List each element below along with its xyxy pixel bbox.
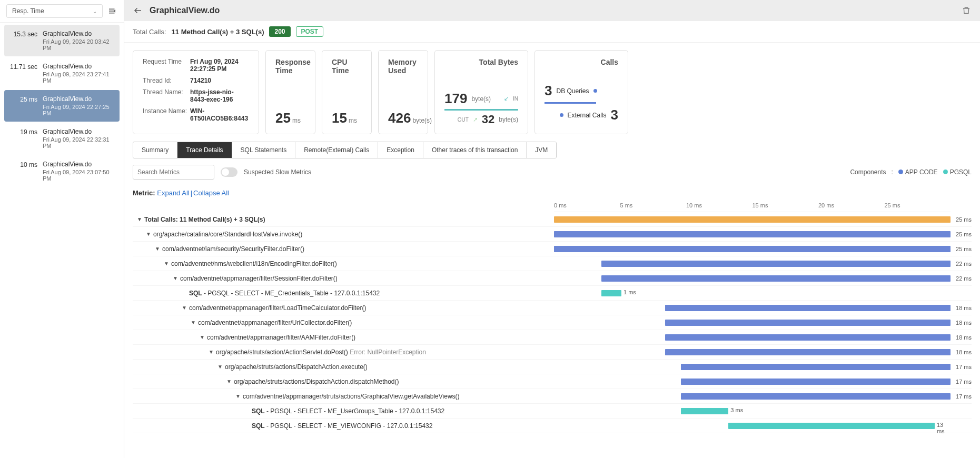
sort-dropdown[interactable]: Resp. Time ⌄ <box>6 4 103 18</box>
caret-icon[interactable]: ▼ <box>164 261 171 266</box>
collapse-sidebar-icon[interactable] <box>107 6 117 16</box>
trace-item-name: GraphicalView.do <box>43 63 115 70</box>
gantt-label: com/adventnet/appmanager/filter/SessionF… <box>180 275 338 282</box>
trace-item-name: GraphicalView.do <box>43 161 115 168</box>
gantt-ms: 25 ms <box>951 231 972 237</box>
trace-item-name: GraphicalView.do <box>43 128 115 135</box>
gantt-bar <box>554 216 951 223</box>
trace-list-item[interactable]: 25 ms GraphicalView.do Fri Aug 09, 2024 … <box>4 90 120 122</box>
collapse-all-link[interactable]: Collapse All <box>193 189 229 197</box>
sidebar-header: Resp. Time ⌄ <box>0 0 124 23</box>
caret-icon[interactable]: ▼ <box>235 393 243 399</box>
gantt-label: org/apache/struts/actions/DispatchAction… <box>225 363 368 371</box>
pgsql-label: PGSQL <box>950 168 972 176</box>
gantt-row: ▼ org/apache/struts/actions/DispatchActi… <box>133 374 972 389</box>
instance-name-value: WIN-6T50IACO5B6:8443 <box>190 107 249 122</box>
memory-used-title: Memory Used <box>388 58 418 75</box>
gantt-row: SQL - PGSQL - SELECT - ME_UserGroups_Tab… <box>133 404 972 419</box>
total-bytes-title: Total Bytes <box>444 58 518 66</box>
total-calls-value: 11 Method Call(s) + 3 SQL(s) <box>172 28 264 36</box>
bytes-out-unit: byte(s) <box>499 116 518 123</box>
caret-icon[interactable]: ▼ <box>191 320 198 325</box>
trace-list-item[interactable]: 19 ms GraphicalView.do Fri Aug 09, 2024 … <box>4 123 120 154</box>
cpu-time-value: 15 <box>332 110 347 126</box>
gantt-row: ▼ com/adventnet/appmanager/struts/action… <box>133 389 972 404</box>
gantt-bar <box>681 408 728 414</box>
metric-header: Metric: Expand All|Collapse All <box>133 189 972 197</box>
caret-icon[interactable]: ▼ <box>200 334 207 340</box>
response-time-title: Response Time <box>275 58 305 75</box>
metric-label: Metric: <box>133 189 155 197</box>
gantt-row: ▼ com/adventnet/appmanager/filter/LoadTi… <box>133 301 972 315</box>
sidebar: Resp. Time ⌄ 15.3 sec GraphicalView.do F… <box>0 0 124 458</box>
trace-item-date: Fri Aug 09, 2024 20:03:42 PM <box>43 38 115 51</box>
gantt-ms: 17 ms <box>951 379 972 385</box>
gantt-row: ▼ org/apache/struts/actions/DispatchActi… <box>133 360 972 374</box>
gantt-ms: 25 ms <box>951 246 972 252</box>
caret-icon[interactable]: ▼ <box>173 275 180 281</box>
caret-icon[interactable]: ▼ <box>137 216 144 222</box>
gantt-bar <box>665 320 951 326</box>
caret-icon[interactable]: ▼ <box>217 364 225 370</box>
trace-item-date: Fri Aug 09, 2024 23:07:50 PM <box>43 169 115 182</box>
gantt-ms: 18 ms <box>951 305 972 311</box>
search-box <box>133 165 214 180</box>
main: GraphicalView.do Total Calls: 11 Method … <box>124 0 980 458</box>
gantt-label: com/adventnet/appmanager/struts/actions/… <box>243 393 460 400</box>
trace-list-item[interactable]: 15.3 sec GraphicalView.do Fri Aug 09, 20… <box>4 25 120 56</box>
caret-icon[interactable]: ▼ <box>226 379 234 384</box>
back-arrow-icon[interactable] <box>133 5 143 16</box>
thread-name-value: https-jsse-nio-8443-exec-196 <box>190 88 249 103</box>
caret-icon[interactable]: ▼ <box>155 246 162 252</box>
gantt-ms: 17 ms <box>951 393 972 400</box>
expand-all-link[interactable]: Expand All <box>157 189 189 197</box>
tab-exception[interactable]: Exception <box>378 142 423 158</box>
gantt-row: SQL - PGSQL - SELECT - ME_VIEWCONFIG - 1… <box>133 419 972 433</box>
gantt-row: ▼ Total Calls: 11 Method Call(s) + 3 SQL… <box>133 212 972 227</box>
gantt-label: com/adventnet/appmanager/filter/AAMFilte… <box>207 334 355 341</box>
info-card: Request TimeFri Aug 09, 2024 22:27:25 PM… <box>133 50 259 134</box>
caret-icon[interactable]: ▼ <box>146 231 153 237</box>
time-axis-tick: 15 ms <box>753 202 819 208</box>
tabs: SummaryTrace DetailsSQL StatementsRemote… <box>133 142 557 158</box>
gantt-ms: 22 ms <box>951 275 972 282</box>
trace-list-item[interactable]: 11.71 sec GraphicalView.do Fri Aug 09, 2… <box>4 57 120 89</box>
tab-remote-external-calls[interactable]: Remote(External) Calls <box>295 142 378 158</box>
tab-other-traces-of-this-transaction[interactable]: Other traces of this transaction <box>423 142 527 158</box>
tab-summary[interactable]: Summary <box>133 142 177 158</box>
gantt-inline-ms: 3 ms <box>730 407 743 413</box>
gantt-bar <box>601 290 621 296</box>
tab-trace-details[interactable]: Trace Details <box>177 142 232 158</box>
caret-icon[interactable]: ▼ <box>182 305 189 311</box>
ext-calls-label: External Calls <box>568 112 607 119</box>
gantt-label: org/apache/struts/action/ActionServlet.d… <box>216 349 426 356</box>
delete-icon[interactable] <box>961 5 972 16</box>
caret-icon[interactable]: ▼ <box>209 349 216 355</box>
status-badge: 200 <box>269 26 290 37</box>
method-badge: POST <box>296 26 324 37</box>
db-dot-icon <box>593 89 597 93</box>
gantt-label: org/apache/catalina/core/StandardHostVal… <box>153 231 302 238</box>
thread-name-key: Thread Name: <box>143 88 190 103</box>
total-calls-label: Total Calls: <box>133 28 166 36</box>
gantt-inline-ms: 1 ms <box>623 289 636 295</box>
trace-list: 15.3 sec GraphicalView.do Fri Aug 09, 20… <box>0 23 124 458</box>
gantt-ms: 22 ms <box>951 261 972 267</box>
gantt-bar <box>681 393 951 400</box>
trace-item-date: Fri Aug 09, 2024 23:27:41 PM <box>43 71 115 84</box>
bytes-in-value: 179 <box>444 91 467 107</box>
gantt-bar <box>554 231 951 237</box>
slow-metrics-toggle[interactable] <box>221 167 237 177</box>
gantt-ms: 18 ms <box>951 320 972 326</box>
trace-list-item[interactable]: 10 ms GraphicalView.do Fri Aug 09, 2024 … <box>4 155 120 187</box>
gantt-label: SQL - PGSQL - SELECT - ME_Credentials_Ta… <box>189 290 380 297</box>
tab-jvm[interactable]: JVM <box>527 142 556 158</box>
search-row: Suspected Slow Metrics Components : APP … <box>124 158 980 186</box>
gantt-inline-ms: 13 ms <box>937 422 951 434</box>
ext-dot-icon <box>560 113 563 117</box>
tab-sql-statements[interactable]: SQL Statements <box>232 142 296 158</box>
search-input[interactable] <box>133 165 214 179</box>
gantt-label: com/adventnet/appmanager/filter/UriColle… <box>198 319 352 326</box>
memory-used-unit: byte(s) <box>412 117 432 124</box>
ext-calls-value: 3 <box>611 107 618 123</box>
